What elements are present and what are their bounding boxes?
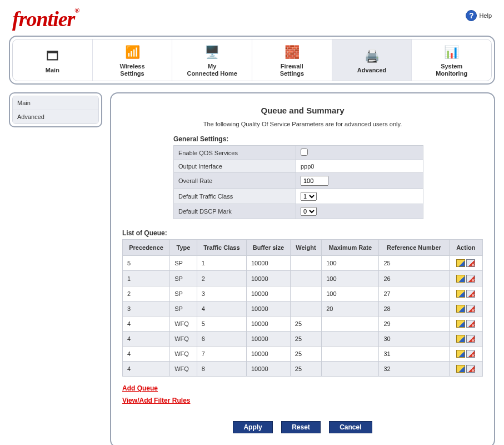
queue-action-cell bbox=[449, 331, 482, 346]
default-traffic-class-select[interactable]: 1 bbox=[301, 192, 317, 201]
nav-item-advanced[interactable]: 🖨️Advanced bbox=[332, 39, 412, 81]
queue-cell-tc: 4 bbox=[197, 301, 246, 316]
queue-cell-ref: 27 bbox=[379, 286, 449, 301]
page-subtitle: The following Quality Of Service Paramet… bbox=[122, 121, 483, 127]
edit-icon[interactable] bbox=[456, 305, 465, 313]
view-filter-rules-link[interactable]: View/Add Filter Rules bbox=[122, 397, 190, 404]
edit-icon[interactable] bbox=[456, 259, 465, 267]
table-row: 4WFQ6100002530 bbox=[123, 331, 483, 346]
queue-action-cell bbox=[449, 301, 482, 316]
edit-icon[interactable] bbox=[456, 275, 465, 283]
queue-cell-precedence: 4 bbox=[123, 331, 170, 346]
queue-table: PrecedenceTypeTraffic ClassBuffer sizeWe… bbox=[122, 239, 483, 377]
queue-cell-precedence: 5 bbox=[123, 256, 170, 271]
delete-icon[interactable] bbox=[466, 335, 475, 343]
nav-item-my-connected-home[interactable]: 🖥️MyConnected Home bbox=[172, 39, 252, 81]
delete-icon[interactable] bbox=[466, 365, 475, 373]
queue-cell-weight: 25 bbox=[290, 331, 321, 346]
queue-cell-weight bbox=[290, 301, 321, 316]
side-item-main[interactable]: Main bbox=[13, 96, 98, 110]
queue-cell-weight: 25 bbox=[290, 362, 321, 377]
overall-rate-label: Overall Rate bbox=[174, 173, 296, 189]
queue-cell-precedence: 4 bbox=[123, 346, 170, 361]
reset-button[interactable]: Reset bbox=[281, 421, 321, 433]
nav-item-system-monitoring[interactable]: 📊SystemMonitoring bbox=[412, 39, 491, 81]
queue-cell-tc: 5 bbox=[197, 316, 246, 331]
nav-label: FirewallSettings bbox=[280, 63, 304, 77]
nav-icon: 📊 bbox=[442, 44, 461, 61]
queue-cell-type: WFQ bbox=[170, 346, 197, 361]
queue-cell-type: WFQ bbox=[170, 362, 197, 377]
queue-action-cell bbox=[449, 362, 482, 377]
edit-icon[interactable] bbox=[456, 335, 465, 343]
general-settings-heading: General Settings: bbox=[173, 135, 483, 143]
queue-cell-ref: 26 bbox=[379, 271, 449, 286]
help-link[interactable]: ? Help bbox=[466, 7, 492, 21]
delete-icon[interactable] bbox=[466, 350, 475, 358]
queue-cell-weight: 25 bbox=[290, 346, 321, 361]
queue-header: Precedence bbox=[123, 240, 170, 256]
default-traffic-class-label: Default Traffic Class bbox=[174, 189, 296, 204]
queue-cell-buf: 10000 bbox=[247, 271, 291, 286]
nav-item-wireless-settings[interactable]: 📶WirelessSettings bbox=[93, 39, 173, 81]
default-dscp-mark-label: Default DSCP Mark bbox=[174, 204, 296, 219]
queue-cell-ref: 32 bbox=[379, 362, 449, 377]
delete-icon[interactable] bbox=[466, 290, 475, 298]
queue-cell-precedence: 4 bbox=[123, 362, 170, 377]
queue-cell-buf: 10000 bbox=[247, 256, 291, 271]
queue-cell-ref: 31 bbox=[379, 346, 449, 361]
queue-cell-tc: 6 bbox=[197, 331, 246, 346]
queue-cell-type: SP bbox=[170, 301, 197, 316]
enable-qos-label: Enable QOS Services bbox=[174, 146, 296, 160]
queue-action-cell bbox=[449, 256, 482, 271]
queue-cell-type: SP bbox=[170, 286, 197, 301]
queue-cell-tc: 1 bbox=[197, 256, 246, 271]
delete-icon[interactable] bbox=[466, 275, 475, 283]
nav-icon: 🖨️ bbox=[362, 48, 381, 65]
default-dscp-mark-select[interactable]: 0 bbox=[301, 207, 317, 216]
add-queue-link[interactable]: Add Queue bbox=[122, 384, 158, 392]
table-row: 4WFQ7100002531 bbox=[123, 346, 483, 361]
edit-icon[interactable] bbox=[456, 350, 465, 358]
edit-icon[interactable] bbox=[456, 320, 465, 328]
edit-icon[interactable] bbox=[456, 365, 465, 373]
queue-cell-tc: 8 bbox=[197, 362, 246, 377]
queue-cell-weight bbox=[290, 286, 321, 301]
queue-cell-type: WFQ bbox=[170, 316, 197, 331]
queue-cell-type: WFQ bbox=[170, 331, 197, 346]
queue-cell-buf: 10000 bbox=[247, 331, 291, 346]
side-item-advanced[interactable]: Advanced bbox=[13, 110, 98, 123]
help-label: Help bbox=[479, 12, 492, 19]
queue-cell-precedence: 1 bbox=[123, 271, 170, 286]
queue-cell-max bbox=[322, 316, 379, 331]
nav-label: WirelessSettings bbox=[119, 63, 144, 77]
nav-item-main[interactable]: 🗔Main bbox=[13, 39, 93, 81]
nav-icon: 🗔 bbox=[43, 48, 62, 65]
enable-qos-checkbox[interactable] bbox=[301, 149, 308, 156]
queue-cell-max: 20 bbox=[322, 301, 379, 316]
delete-icon[interactable] bbox=[466, 320, 475, 328]
side-nav: MainAdvanced bbox=[9, 92, 102, 127]
delete-icon[interactable] bbox=[466, 259, 475, 267]
queue-action-cell bbox=[449, 346, 482, 361]
queue-cell-max bbox=[322, 362, 379, 377]
queue-cell-max: 100 bbox=[322, 271, 379, 286]
delete-icon[interactable] bbox=[466, 305, 475, 313]
edit-icon[interactable] bbox=[456, 290, 465, 298]
nav-label: SystemMonitoring bbox=[436, 63, 467, 77]
queue-cell-ref: 29 bbox=[379, 316, 449, 331]
nav-item-firewall-settings[interactable]: 🧱FirewallSettings bbox=[252, 39, 332, 81]
apply-button[interactable]: Apply bbox=[233, 421, 272, 433]
queue-cell-max bbox=[322, 346, 379, 361]
nav-icon: 🖥️ bbox=[203, 44, 222, 61]
cancel-button[interactable]: Cancel bbox=[329, 421, 372, 433]
overall-rate-input[interactable] bbox=[301, 176, 328, 186]
table-row: 5SP11000010025 bbox=[123, 256, 483, 271]
table-row: 4WFQ5100002529 bbox=[123, 316, 483, 331]
queue-action-cell bbox=[449, 286, 482, 301]
queue-cell-max bbox=[322, 331, 379, 346]
nav-label: Advanced bbox=[357, 67, 387, 74]
queue-cell-weight bbox=[290, 271, 321, 286]
queue-cell-buf: 10000 bbox=[247, 286, 291, 301]
nav-icon: 🧱 bbox=[282, 44, 301, 61]
